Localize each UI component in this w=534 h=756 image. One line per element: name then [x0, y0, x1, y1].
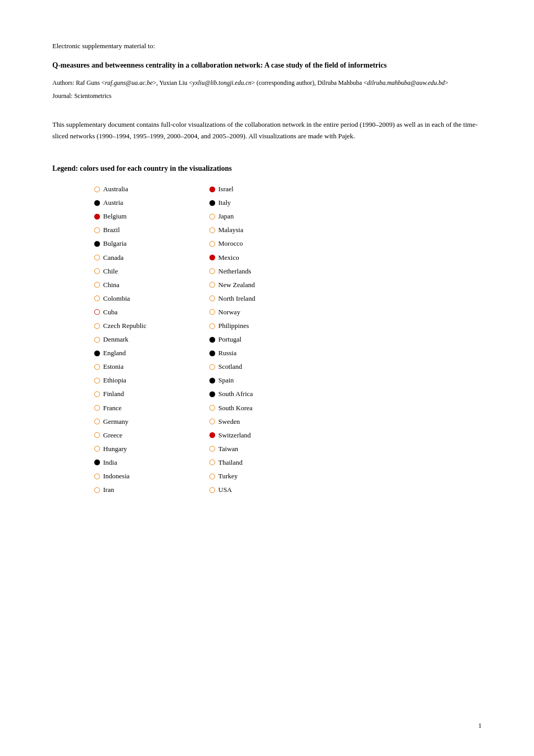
country-name: Thailand — [218, 457, 242, 468]
country-name: Sweden — [218, 416, 240, 428]
country-name: South Africa — [218, 388, 253, 400]
country-name: Mexico — [218, 252, 239, 264]
description-text: This supplementary document contains ful… — [52, 119, 482, 141]
legend-item: Sweden — [209, 416, 325, 428]
country-name: France — [103, 402, 121, 414]
country-dot — [94, 227, 100, 233]
legend-item: Denmark — [94, 334, 209, 345]
legend-item: Portugal — [209, 334, 325, 345]
page-number: 1 — [479, 721, 482, 730]
country-dot — [209, 282, 215, 288]
legend-item: Indonesia — [94, 470, 209, 482]
legend-col-2: IsraelItalyJapanMalaysiaMoroccoMexicoNet… — [209, 183, 325, 496]
legend-item: Israel — [209, 183, 325, 195]
country-name: Belgium — [103, 211, 127, 222]
legend-item: Netherlands — [209, 266, 325, 277]
country-name: Czech Republic — [103, 320, 147, 332]
legend-item: South Korea — [209, 402, 325, 414]
legend-item: Brazil — [94, 224, 209, 236]
country-name: India — [103, 457, 117, 468]
legend-columns: AustraliaAustriaBelgiumBrazilBulgariaCan… — [94, 183, 482, 496]
authors-block: Authors: Raf Guns <raf.guns@ua.ac.be>, Y… — [52, 78, 482, 88]
legend-item: USA — [209, 484, 325, 496]
legend-item: Japan — [209, 211, 325, 222]
country-name: Israel — [218, 183, 233, 195]
country-dot — [209, 487, 215, 493]
country-dot — [209, 337, 215, 343]
legend-item: Taiwan — [209, 443, 325, 455]
country-dot — [209, 364, 215, 370]
country-dot — [94, 187, 100, 192]
country-name: Bulgaria — [103, 238, 127, 249]
country-name: Italy — [218, 197, 231, 209]
country-name: Indonesia — [103, 470, 130, 482]
legend-title: Legend: colors used for each country in … — [52, 165, 482, 173]
legend-item: Canada — [94, 252, 209, 264]
country-dot — [94, 487, 100, 493]
country-dot — [94, 378, 100, 384]
country-dot — [94, 364, 100, 370]
country-dot — [94, 282, 100, 288]
country-dot — [209, 323, 215, 329]
country-name: North Ireland — [218, 293, 255, 304]
country-dot — [209, 405, 215, 411]
country-dot — [209, 391, 215, 397]
legend-item: Spain — [209, 375, 325, 386]
legend-item: Austria — [94, 197, 209, 209]
country-name: New Zealand — [218, 279, 255, 291]
legend-item: Finland — [94, 388, 209, 400]
legend-item: Greece — [94, 430, 209, 441]
country-dot — [94, 255, 100, 260]
country-dot — [209, 241, 215, 247]
country-dot — [209, 432, 215, 438]
country-name: Colombia — [103, 293, 130, 304]
country-dot — [209, 350, 215, 356]
country-name: Ethiopia — [103, 375, 126, 386]
country-name: Germany — [103, 416, 128, 428]
legend-item: Thailand — [209, 457, 325, 468]
country-name: Australia — [103, 183, 128, 195]
legend-item: Germany — [94, 416, 209, 428]
legend-item: Bulgaria — [94, 238, 209, 249]
country-name: USA — [218, 484, 232, 496]
country-name: Malaysia — [218, 224, 243, 236]
legend-item: Colombia — [94, 293, 209, 304]
country-name: Turkey — [218, 470, 238, 482]
country-dot — [94, 268, 100, 274]
country-dot — [209, 227, 215, 233]
legend-item: Malaysia — [209, 224, 325, 236]
legend-item: Norway — [209, 306, 325, 318]
country-dot — [209, 214, 215, 220]
legend-item: Belgium — [94, 211, 209, 222]
country-dot — [94, 446, 100, 452]
country-dot — [94, 241, 100, 247]
country-name: Canada — [103, 252, 124, 264]
country-name: Portugal — [218, 334, 241, 345]
country-name: China — [103, 279, 119, 291]
country-name: Estonia — [103, 361, 124, 372]
country-name: Denmark — [103, 334, 128, 345]
country-dot — [209, 295, 215, 301]
country-dot — [209, 474, 215, 479]
legend-item: Switzerland — [209, 430, 325, 441]
country-name: Switzerland — [218, 430, 251, 441]
legend-item: South Africa — [209, 388, 325, 400]
legend-item: France — [94, 402, 209, 414]
supplementary-label: Electronic supplementary material to: — [52, 42, 482, 50]
legend-item: Cuba — [94, 306, 209, 318]
legend-item: Morocco — [209, 238, 325, 249]
country-dot — [94, 200, 100, 206]
country-dot — [209, 187, 215, 192]
country-dot — [94, 295, 100, 301]
country-dot — [209, 459, 215, 465]
paper-title: Q-measures and betweenness centrality in… — [52, 60, 482, 71]
legend-item: Czech Republic — [94, 320, 209, 332]
country-name: Norway — [218, 306, 240, 318]
country-name: Morocco — [218, 238, 243, 249]
legend-item: Italy — [209, 197, 325, 209]
legend-item: New Zealand — [209, 279, 325, 291]
country-name: Scotland — [218, 361, 242, 372]
country-name: Philippines — [218, 320, 249, 332]
legend-item: Chile — [94, 266, 209, 277]
country-dot — [94, 419, 100, 424]
